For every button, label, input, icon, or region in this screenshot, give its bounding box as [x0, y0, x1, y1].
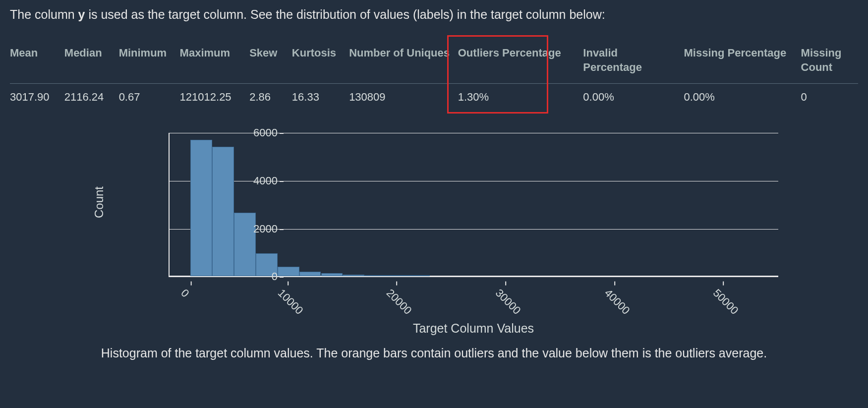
histogram-bar [190, 140, 212, 277]
histogram-bar [212, 147, 234, 276]
stats-value: 3017.90 [10, 84, 64, 111]
x-tick-label: 50000 [710, 287, 741, 317]
y-tick-label: 0 [243, 270, 278, 283]
histogram-bar [343, 275, 364, 276]
stats-header: Mean [10, 43, 64, 84]
x-tick-label: 20000 [384, 287, 414, 317]
stats-value: 2116.24 [64, 84, 119, 111]
stats-header: Invalid Percentage [583, 43, 684, 84]
stats-table-wrap: Mean Median Minimum Maximum Skew Kurtosi… [10, 43, 858, 111]
stats-value: 0.00% [583, 84, 684, 111]
histogram-bar [299, 272, 321, 277]
histogram-bar [408, 275, 430, 276]
y-tick-label: 6000 [243, 126, 278, 139]
intro-col: y [78, 7, 85, 21]
stats-value: 0 [801, 84, 858, 111]
histogram-bar [278, 267, 299, 276]
x-axis-label: Target Column Values [413, 321, 534, 336]
stats-header: Outliers Percentage [458, 43, 583, 84]
stats-value: 121012.25 [180, 84, 250, 111]
x-tick-label: 40000 [602, 287, 633, 317]
y-axis-line [169, 133, 170, 277]
stats-value: 0.67 [119, 84, 180, 111]
y-tick-label: 4000 [243, 175, 278, 187]
x-tick-label: 0 [178, 287, 191, 300]
histogram-bar [386, 275, 408, 276]
stats-header: Missing Percentage [684, 43, 801, 84]
x-tick-label: 10000 [275, 287, 306, 317]
intro-text: The column y is used as the target colum… [10, 6, 858, 23]
plot-area [169, 133, 778, 277]
stats-value: 16.33 [292, 84, 349, 111]
stats-value: 1.30% [458, 84, 583, 111]
stats-header: Kurtosis [292, 43, 349, 84]
stats-header: Missing Count [801, 43, 858, 84]
stats-header: Maximum [180, 43, 250, 84]
stats-value: 0.00% [684, 84, 801, 111]
stats-header: Skew [249, 43, 292, 84]
stats-value-row: 3017.90 2116.24 0.67 121012.25 2.86 16.3… [10, 84, 858, 111]
stats-value: 130809 [349, 84, 458, 111]
stats-value: 2.86 [249, 84, 292, 111]
intro-prefix: The column [10, 7, 78, 21]
chart-caption: Histogram of the target column values. T… [10, 346, 858, 360]
x-tick-label: 30000 [493, 287, 523, 317]
intro-suffix: is used as the target column. See the di… [85, 7, 605, 21]
stats-header: Median [64, 43, 119, 84]
histogram-chart: Count Target Column Values 0200040006000… [92, 128, 815, 341]
y-axis-label: Count [92, 186, 106, 218]
stats-header: Minimum [119, 43, 180, 84]
stats-table: Mean Median Minimum Maximum Skew Kurtosi… [10, 43, 858, 111]
histogram-bar [321, 273, 343, 276]
histogram-bar [364, 275, 386, 276]
stats-header: Number of Uniques [349, 43, 458, 84]
y-tick-label: 2000 [243, 223, 278, 235]
stats-header-row: Mean Median Minimum Maximum Skew Kurtosi… [10, 43, 858, 84]
